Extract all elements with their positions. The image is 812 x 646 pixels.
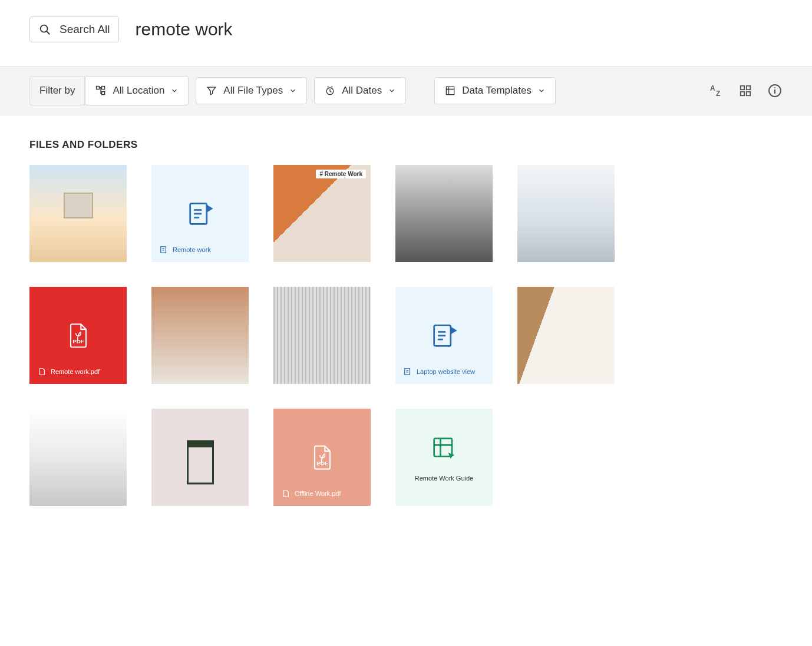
svg-point-15	[774, 87, 775, 88]
svg-rect-11	[741, 92, 744, 95]
filter-filetypes-label: All File Types	[223, 85, 283, 97]
svg-rect-2	[97, 87, 100, 90]
tile-image-man-laptop[interactable]	[395, 165, 493, 262]
filter-location-dropdown[interactable]: All Location	[85, 76, 189, 105]
tree-icon	[95, 85, 107, 97]
chevron-down-icon	[388, 87, 396, 95]
svg-text:PDF: PDF	[72, 338, 84, 344]
tile-label: Remote Work Guide	[415, 475, 473, 482]
tile-image-city-fog[interactable]	[517, 165, 615, 262]
tile-label: Laptop website view	[417, 368, 475, 375]
tile-label: Remote work.pdf	[51, 368, 100, 375]
svg-rect-6	[447, 87, 454, 94]
tile-label: Remote work	[173, 246, 211, 253]
svg-rect-9	[741, 86, 744, 90]
grid-view-button[interactable]	[738, 83, 753, 98]
tile-image-glass-building[interactable]	[273, 287, 371, 384]
search-scope-dropdown[interactable]: Search All	[29, 16, 119, 42]
sort-az-icon: AZ	[709, 84, 723, 98]
info-button[interactable]	[767, 83, 783, 98]
pdf-icon: PDF	[307, 442, 338, 473]
results-section: FILES AND FOLDERS Remote work # Remote W…	[0, 115, 812, 529]
filter-dates-dropdown[interactable]: All Dates	[314, 77, 406, 104]
filter-location-label: All Location	[113, 85, 164, 97]
filter-by-label: Filter by	[29, 76, 85, 105]
search-icon	[38, 23, 51, 36]
tile-image-city-bw[interactable]	[29, 409, 127, 506]
svg-rect-3	[102, 87, 105, 90]
tile-image-whiteboard[interactable]	[517, 287, 615, 384]
filter-filetypes-dropdown[interactable]: All File Types	[196, 77, 307, 104]
document-small-icon	[404, 367, 412, 376]
clock-icon	[324, 85, 336, 97]
header-bar: Search All remote work	[0, 0, 812, 66]
pdf-icon: PDF	[63, 320, 94, 351]
search-scope-label: Search All	[60, 23, 110, 36]
tile-doc-laptop-view[interactable]: Laptop website view	[395, 287, 493, 384]
chevron-down-icon	[537, 87, 546, 95]
tile-pdf-remote-work[interactable]: PDF Remote work.pdf	[29, 287, 127, 384]
table-cursor-icon	[429, 433, 460, 464]
template-icon	[444, 85, 456, 97]
chevron-down-icon	[289, 87, 297, 95]
info-icon	[768, 84, 782, 98]
filter-templates-dropdown[interactable]: Data Templates	[434, 77, 556, 104]
funnel-icon	[206, 85, 217, 97]
tile-image-meeting[interactable]	[151, 287, 249, 384]
filter-templates-label: Data Templates	[462, 85, 532, 97]
svg-text:PDF: PDF	[316, 460, 328, 466]
svg-rect-28	[405, 369, 410, 375]
tile-label: Offline Work.pdf	[295, 490, 341, 497]
file-small-icon	[282, 489, 290, 498]
search-query-text: remote work	[136, 19, 233, 39]
tile-image-chair[interactable]	[151, 409, 249, 506]
tile-pdf-offline-work[interactable]: PDF Offline Work.pdf	[273, 409, 371, 506]
svg-rect-4	[102, 92, 105, 95]
results-grid: Remote work # Remote Work PDF Remote wor…	[29, 165, 783, 506]
view-toolbar: AZ	[708, 83, 783, 98]
document-icon	[429, 320, 460, 351]
svg-rect-20	[161, 247, 166, 253]
filter-dates-label: All Dates	[342, 85, 382, 97]
tile-image-beach-tower[interactable]	[29, 165, 127, 262]
document-small-icon	[160, 246, 168, 254]
svg-line-1	[47, 31, 49, 34]
svg-text:Z: Z	[716, 90, 720, 98]
svg-text:A: A	[710, 84, 715, 92]
sort-button[interactable]: AZ	[708, 83, 724, 98]
svg-rect-10	[747, 86, 750, 90]
tile-image-woman-desk[interactable]: # Remote Work	[273, 165, 371, 262]
tile-guide-remote-work[interactable]: Remote Work Guide	[395, 409, 493, 506]
tile-tag-badge: # Remote Work	[316, 170, 366, 178]
svg-rect-12	[747, 92, 750, 95]
grid-icon	[739, 84, 752, 97]
filter-bar: Filter by All Location All File Types Al…	[0, 66, 812, 115]
file-small-icon	[38, 367, 46, 376]
svg-point-0	[41, 25, 48, 32]
filter-group-location: Filter by All Location	[29, 76, 189, 105]
document-icon	[185, 198, 216, 229]
section-title: FILES AND FOLDERS	[29, 139, 783, 151]
chevron-down-icon	[170, 87, 179, 95]
tile-doc-remote-work[interactable]: Remote work	[151, 165, 249, 262]
